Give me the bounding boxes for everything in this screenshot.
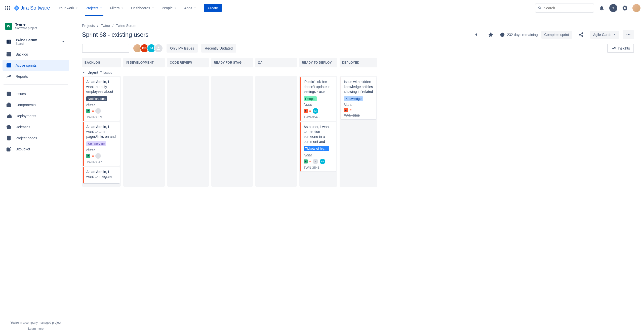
profile-avatar[interactable] (632, 4, 640, 12)
svg-line-31 (580, 35, 582, 36)
notifications-icon[interactable] (598, 4, 606, 12)
issue-key: TWN-3566 (344, 114, 374, 117)
nav-projects[interactable]: Projects (83, 4, 105, 12)
column-deployed[interactable]: Issue with hidden knowledge articles sho… (340, 76, 377, 187)
issue-card[interactable]: As an Admin, I want to integrate (83, 167, 120, 183)
issue-card[interactable]: Issue with hidden knowledge articles sho… (341, 77, 376, 119)
nav-your-work[interactable]: Your work (56, 4, 81, 12)
create-button[interactable]: Create (204, 4, 222, 12)
card-none: None (86, 103, 117, 107)
star-icon[interactable] (485, 30, 496, 39)
svg-point-34 (628, 34, 629, 35)
nav-apps[interactable]: Apps (182, 4, 199, 12)
svg-point-35 (629, 34, 630, 35)
chevron-down-icon (174, 6, 177, 10)
priority-icon: ≡ (92, 154, 94, 158)
znavbar-item-issues[interactable]: Issues (3, 89, 69, 99)
nav-people[interactable]: People (159, 4, 180, 12)
svg-rect-16 (7, 64, 11, 67)
epic-tag[interactable]: Tickets of hig… (304, 146, 329, 151)
sidebar-item-releases[interactable]: Releases (3, 122, 69, 132)
sidebar-item-components[interactable]: Components (3, 100, 69, 110)
breadcrumb-board[interactable]: Twine Scrum (116, 24, 136, 28)
page-header: Sprint 68 - existing users 232 days rema… (82, 30, 634, 39)
svg-marker-26 (489, 33, 493, 37)
jira-logo[interactable]: Jira Software (14, 5, 50, 11)
board-search[interactable] (82, 44, 129, 53)
backlog-icon (6, 52, 12, 57)
insights-button[interactable]: Insights (607, 44, 634, 53)
recently-updated-button[interactable]: Recently Updated (201, 44, 236, 53)
reports-icon (6, 74, 12, 79)
nav-dashboards[interactable]: Dashboards (129, 4, 157, 12)
unassigned-avatar: - (95, 153, 101, 159)
sidebar-item-reports[interactable]: Reports (3, 71, 69, 82)
column-header: IN DEVELOPMENT (123, 58, 165, 67)
only-my-issues-button[interactable]: Only My Issues (167, 44, 198, 53)
external-link-icon (6, 146, 12, 152)
board-search-input[interactable] (85, 47, 128, 50)
learn-more-link[interactable]: Learn more (0, 327, 72, 330)
epic-tag[interactable]: Notifications (86, 96, 107, 101)
chevron-down-icon (151, 6, 155, 10)
breadcrumb-projects[interactable]: Projects (82, 24, 95, 28)
unassigned-avatar: - (95, 108, 101, 114)
more-icon (626, 32, 631, 37)
svg-point-7 (7, 9, 8, 10)
settings-icon[interactable] (621, 4, 629, 12)
sidebar-footer: You're in a company-managed project Lear… (0, 321, 72, 330)
help-icon[interactable]: ? (609, 4, 617, 12)
product-name: Jira Software (21, 5, 50, 11)
sidebar-item-backlog[interactable]: Backlog (3, 49, 69, 60)
issue-card[interactable]: 'Public' tick box doesn't update in sett… (300, 77, 336, 121)
column-ready-to-deploy[interactable]: 'Public' tick box doesn't update in sett… (299, 76, 337, 187)
project-type: Software project (15, 26, 37, 30)
nav-filters[interactable]: Filters (107, 4, 127, 12)
card-title: As an Admin, I want to integrate (86, 170, 117, 179)
issue-key: TWN-3548 (304, 115, 334, 119)
bug-icon (344, 108, 348, 112)
card-title: As a user, I want to mention someone in … (304, 124, 334, 144)
global-search[interactable] (535, 4, 594, 13)
column-code-review[interactable] (167, 76, 209, 187)
project-header[interactable]: W Twine Software project (3, 21, 69, 31)
story-icon (304, 159, 308, 163)
share-icon[interactable] (576, 30, 587, 39)
automation-icon[interactable] (471, 30, 482, 39)
priority-icon: ≡ (349, 108, 351, 112)
column-in-development[interactable] (123, 76, 165, 187)
agile-cards-button[interactable]: Agile Cards (590, 31, 619, 39)
epic-tag[interactable]: Self service (86, 141, 106, 146)
issue-key: TWN-3541 (304, 166, 334, 170)
app-switcher-icon[interactable] (4, 4, 12, 12)
column-header: DEPLOYED (340, 58, 377, 67)
card-none: None (304, 153, 334, 157)
column-ready-staging[interactable] (211, 76, 253, 187)
column-headers: BACKLOG IN DEVELOPMENT CODE REVIEW READY… (82, 58, 634, 67)
main-content: Projects / Twine / Twine Scrum Sprint 68… (72, 16, 644, 334)
breadcrumb-project[interactable]: Twine (101, 24, 110, 28)
epic-tag[interactable]: People (304, 96, 317, 101)
complete-sprint-button[interactable]: Complete sprint (541, 31, 572, 39)
priority-icon: ≡ (92, 109, 94, 113)
pages-icon (6, 135, 12, 141)
issue-card[interactable]: As an Admin, I want to turn pages/links … (83, 122, 120, 166)
deployments-icon (6, 113, 12, 119)
assignee-avatar-unassigned[interactable] (154, 44, 163, 53)
issue-card[interactable]: As a user, I want to mention someone in … (300, 122, 336, 172)
more-actions-button[interactable] (623, 30, 634, 39)
board-selector[interactable]: Twine Scrum Board (3, 36, 69, 48)
svg-rect-15 (7, 55, 11, 56)
column-qa[interactable] (255, 76, 297, 187)
sprint-title: Sprint 68 - existing users (82, 31, 467, 38)
column-backlog[interactable]: As an Admin, I want to notify employees … (82, 76, 121, 187)
issue-card[interactable]: As an Admin, I want to notify employees … (83, 77, 120, 121)
swimlane-header[interactable]: Urgent 7 issues (82, 69, 634, 76)
search-input[interactable] (544, 6, 591, 10)
sidebar-item-deployments[interactable]: Deployments (3, 111, 69, 121)
epic-tag[interactable]: Knowledge (344, 96, 363, 101)
sidebar-item-bitbucket[interactable]: Bitbucket (3, 144, 69, 154)
sidebar-item-project-pages[interactable]: Project pages (3, 133, 69, 143)
svg-point-37 (345, 109, 347, 111)
sidebar-item-active-sprints[interactable]: Active sprints (3, 60, 69, 71)
